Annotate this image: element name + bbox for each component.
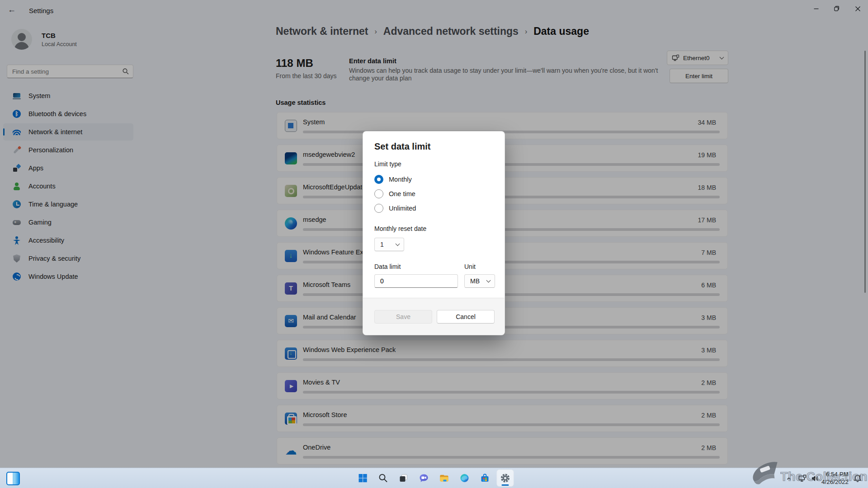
chat-button[interactable]: [415, 469, 433, 487]
edge-button[interactable]: [456, 469, 473, 487]
radio-option[interactable]: One time: [374, 189, 416, 198]
data-limit-input-wrap: [374, 274, 458, 288]
reset-date-value: 1: [380, 241, 384, 248]
radio-option[interactable]: Monthly: [374, 175, 416, 184]
store-button[interactable]: [476, 469, 494, 487]
start-button[interactable]: [354, 469, 372, 487]
taskbar: 6:54 PM 4/26/2022 z: [0, 468, 868, 488]
settings-gear-icon: [500, 473, 511, 483]
chevron-down-icon: [486, 278, 491, 283]
limit-type-label: Limit type: [374, 160, 401, 168]
radio-button[interactable]: [374, 175, 383, 184]
unit-select[interactable]: MB: [464, 274, 495, 288]
task-view-icon: [398, 473, 409, 483]
task-view-button[interactable]: [395, 469, 412, 487]
search-icon: [378, 473, 388, 483]
search-button[interactable]: [375, 469, 392, 487]
settings-button[interactable]: [497, 469, 514, 487]
chat-icon: [419, 473, 429, 483]
reset-date-select[interactable]: 1: [374, 238, 404, 251]
dialog-footer: Save Cancel: [363, 298, 505, 335]
taskbar-center: [354, 469, 514, 487]
widgets-icon[interactable]: [6, 472, 20, 485]
radio-option[interactable]: Unlimited: [374, 204, 416, 213]
limit-type-radio-group: Monthly One time Unlimited: [374, 175, 416, 213]
file-explorer-button[interactable]: [436, 469, 453, 487]
unit-label: Unit: [464, 263, 476, 270]
edge-icon: [459, 473, 470, 483]
save-button[interactable]: Save: [374, 310, 432, 324]
start-icon: [358, 473, 368, 483]
file-explorer-icon: [439, 473, 450, 483]
unit-value: MB: [470, 277, 480, 285]
dialog-title: Set data limit: [374, 141, 430, 152]
radio-label: One time: [389, 190, 415, 197]
data-limit-label: Data limit: [374, 263, 401, 270]
set-data-limit-dialog: Set data limit Limit type Monthly One ti…: [363, 131, 505, 335]
radio-label: Unlimited: [389, 205, 416, 212]
chevron-down-icon: [396, 242, 400, 246]
cancel-button[interactable]: Cancel: [437, 310, 495, 324]
store-icon: [480, 473, 491, 483]
data-limit-input[interactable]: [375, 275, 458, 287]
watermark-book-icon: [745, 458, 783, 488]
watermark-text: The Collection Book: [780, 470, 868, 484]
radio-button[interactable]: [374, 189, 383, 198]
radio-label: Monthly: [389, 176, 412, 183]
radio-button[interactable]: [374, 204, 383, 213]
monthly-reset-date-label: Monthly reset date: [374, 225, 426, 232]
